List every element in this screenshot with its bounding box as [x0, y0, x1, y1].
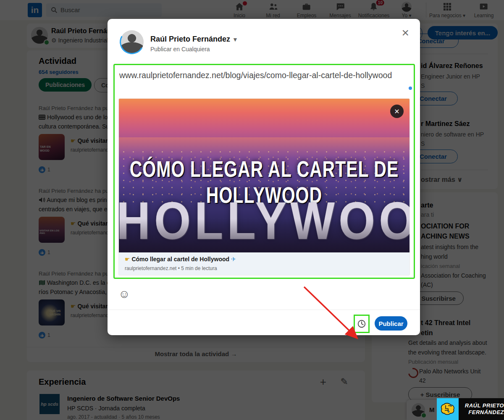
preview-footer[interactable]: ☛ Cómo llegar al cartel de Hollywood ✈ r… — [119, 252, 410, 275]
publish-button[interactable]: Publicar — [375, 316, 407, 331]
pointing-hand-icon: ☛ — [125, 256, 130, 262]
post-editor-annotation-box: www.raulprietofernandez.net/blog/viajes/… — [113, 64, 415, 279]
emoji-icon[interactable]: ☺ — [118, 289, 130, 300]
airplane-icon: ✈ — [231, 256, 236, 262]
link-preview-card: CÓMO LLEGAR AL CARTEL DE HOLLYWOOD HOLLY… — [119, 99, 410, 275]
remove-preview-icon[interactable]: ✕ — [390, 105, 404, 118]
post-url-text[interactable]: www.raulprietofernandez.net/blog/viajes/… — [119, 71, 408, 80]
preview-image-hollywood: CÓMO LLEGAR AL CARTEL DE HOLLYWOOD HOLLY… — [119, 99, 410, 252]
modal-footer-divider — [108, 310, 420, 310]
preview-link-title: Cómo llegar al cartel de Hollywood — [131, 256, 229, 262]
caret-down-icon: ▼ — [232, 36, 238, 43]
modal-audience[interactable]: Publicar en Cualquiera — [150, 46, 210, 52]
watermark-text: RAÚL PRIETO FERNÁNDEZ — [459, 398, 504, 420]
watermark: RAÚL PRIETO FERNÁNDEZ — [437, 398, 504, 420]
close-icon[interactable]: × — [402, 26, 409, 39]
share-post-modal: Raúl Prieto Fernández ▼ Publicar en Cual… — [108, 19, 420, 335]
cursor-dot — [409, 87, 412, 90]
annotation-arrow — [301, 284, 368, 342]
modal-author-name[interactable]: Raúl Prieto Fernández ▼ — [150, 35, 238, 44]
linkedin-page: in Buscar Inicio Mi red Empleos — [0, 0, 504, 420]
brain-logo-icon — [437, 398, 459, 420]
modal-author-avatar[interactable] — [120, 30, 144, 54]
preview-link-meta: raulprietofernandez.net • 5 min de lectu… — [125, 265, 402, 271]
